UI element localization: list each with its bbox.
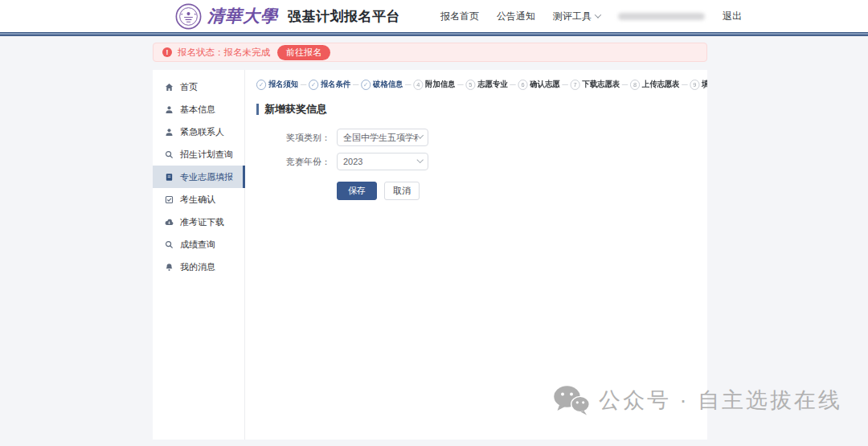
chevron-down-icon bbox=[417, 133, 424, 139]
sidebar-item-plan-query[interactable]: 招生计划查询 bbox=[153, 143, 244, 166]
search-icon bbox=[165, 240, 174, 249]
watermark: 公众号 · 自主选拔在线 bbox=[553, 384, 842, 416]
sidebar-item-major-preference[interactable]: 专业志愿填报 bbox=[153, 166, 244, 188]
steps-indicator: 报名须知 报名条件 破格信息 4附加信息 5志愿专业 6确认志愿 7下载志愿表 … bbox=[256, 79, 676, 90]
chevron-down-icon bbox=[595, 11, 601, 18]
status-alert: 报名状态：报名未完成 前往报名 bbox=[153, 43, 707, 62]
sidebar-item-admission-ticket[interactable]: 准考证下载 bbox=[153, 211, 244, 233]
top-nav: 报名首页 公告通知 测评工具 退出 bbox=[440, 0, 742, 32]
section-title: 新增获奖信息 bbox=[256, 102, 707, 117]
step-2: 报名条件 bbox=[309, 79, 350, 90]
check-circle-icon bbox=[361, 80, 371, 90]
step-number: 4 bbox=[413, 80, 423, 90]
step-5: 5志愿专业 bbox=[465, 79, 507, 90]
form-row-award-category: 奖项类别： 全国中学生五项学科竞... bbox=[246, 129, 707, 146]
check-circle-icon bbox=[309, 80, 318, 90]
competition-year-select[interactable]: 2023 bbox=[337, 153, 428, 170]
sidebar-item-home[interactable]: 首页 bbox=[153, 76, 244, 98]
competition-year-label: 竞赛年份： bbox=[246, 156, 330, 168]
sidebar: 首页 基本信息 紧急联系人 招生计划查询 专业志愿填报 考生确认 准考证下载 bbox=[153, 70, 245, 440]
user-icon bbox=[165, 105, 174, 114]
step-4: 4附加信息 bbox=[413, 79, 455, 90]
nav-item-home[interactable]: 报名首页 bbox=[440, 10, 479, 23]
save-button[interactable]: 保存 bbox=[337, 182, 377, 200]
step-number: 9 bbox=[690, 80, 699, 90]
step-6: 6确认志愿 bbox=[518, 79, 560, 90]
sidebar-item-messages[interactable]: 我的消息 bbox=[153, 256, 244, 278]
go-register-button[interactable]: 前往报名 bbox=[277, 45, 330, 60]
top-header: 清華大學 强基计划报名平台 报名首页 公告通知 测评工具 退出 bbox=[0, 0, 868, 32]
brand: 清華大學 强基计划报名平台 bbox=[175, 2, 400, 30]
tsinghua-logo-icon bbox=[175, 3, 202, 30]
sidebar-item-candidate-confirm[interactable]: 考生确认 bbox=[153, 188, 244, 211]
user-name-redacted bbox=[618, 13, 705, 20]
sidebar-item-emergency-contact[interactable]: 紧急联系人 bbox=[153, 121, 244, 143]
award-form: 奖项类别： 全国中学生五项学科竞... 竞赛年份： 2023 保存 取消 bbox=[246, 129, 707, 200]
award-category-label: 奖项类别： bbox=[246, 132, 330, 144]
step-7: 7下载志愿表 bbox=[571, 79, 620, 90]
sidebar-item-basic-info[interactable]: 基本信息 bbox=[153, 98, 244, 121]
bell-icon bbox=[165, 263, 174, 272]
step-9: 9填报完成 bbox=[690, 79, 707, 90]
form-icon bbox=[165, 173, 174, 182]
step-number: 5 bbox=[465, 80, 475, 90]
status-text: 报名状态：报名未完成 bbox=[178, 47, 270, 59]
university-name: 清華大學 bbox=[207, 5, 278, 27]
header-divider-band bbox=[0, 32, 868, 36]
check-square-icon bbox=[165, 195, 174, 204]
cancel-button[interactable]: 取消 bbox=[384, 182, 420, 200]
watermark-text: 公众号 · 自主选拔在线 bbox=[599, 386, 842, 415]
user-icon bbox=[165, 128, 174, 137]
warning-icon bbox=[162, 47, 172, 57]
cloud-download-icon bbox=[165, 218, 174, 227]
step-number: 7 bbox=[571, 80, 580, 90]
step-number: 8 bbox=[630, 80, 640, 90]
sidebar-item-score-query[interactable]: 成绩查询 bbox=[153, 233, 244, 256]
title-accent-bar bbox=[256, 104, 259, 115]
chevron-down-icon bbox=[416, 157, 423, 163]
logout-button[interactable]: 退出 bbox=[723, 10, 742, 23]
nav-item-notice[interactable]: 公告通知 bbox=[497, 10, 535, 23]
home-icon bbox=[165, 83, 174, 92]
step-number: 6 bbox=[518, 80, 528, 90]
platform-title: 强基计划报名平台 bbox=[288, 7, 400, 26]
form-actions: 保存 取消 bbox=[337, 182, 707, 200]
wechat-icon bbox=[553, 384, 590, 416]
step-1: 报名须知 bbox=[256, 79, 298, 90]
check-circle-icon bbox=[256, 80, 266, 90]
step-3: 破格信息 bbox=[361, 79, 403, 90]
search-icon bbox=[165, 150, 174, 159]
award-category-select[interactable]: 全国中学生五项学科竞... bbox=[337, 129, 428, 146]
step-8: 8上传志愿表 bbox=[630, 79, 679, 90]
form-row-competition-year: 竞赛年份： 2023 bbox=[246, 153, 707, 170]
nav-item-tools[interactable]: 测评工具 bbox=[553, 10, 600, 23]
